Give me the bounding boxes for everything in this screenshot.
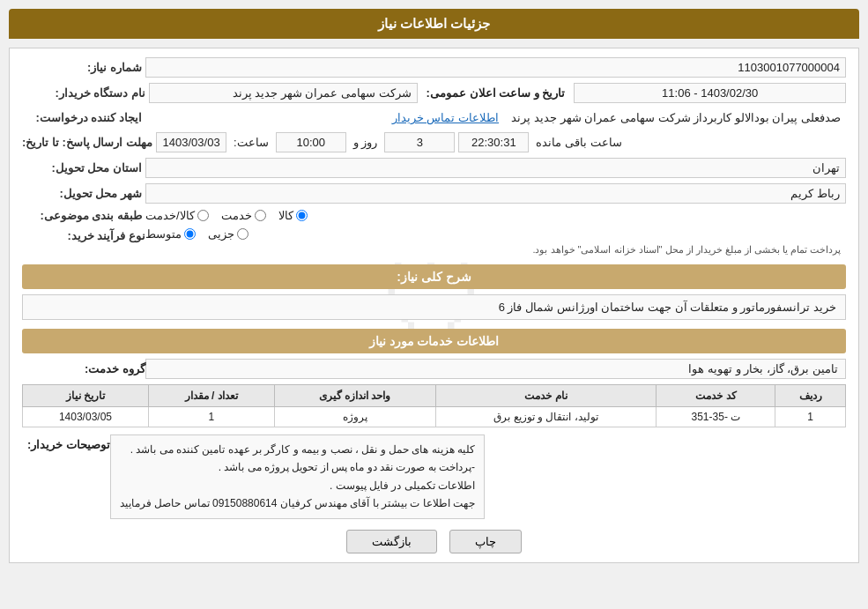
services-section-header: اطلاعات خدمات مورد نیاز [22, 329, 846, 353]
row-purchase-type: نوع فرآیند خرید: متوسط جزیی پرداخت تمام … [22, 227, 846, 256]
radio-label-kala: کالا [278, 209, 293, 222]
contact-link[interactable]: اطلاعات تماس خریدار [392, 111, 499, 124]
radio-jozii[interactable] [237, 228, 249, 240]
row-province: استان محل تحویل: تهران [22, 158, 846, 178]
col-unit: واحد اندازه گیری [274, 385, 435, 407]
purchase-option-jozii: جزیی [208, 227, 249, 241]
category-option-kala: کالا [278, 209, 308, 222]
cell-index: 1 [775, 407, 846, 427]
buyer-value: شرکت سهامی عمران شهر جدید پرند [149, 83, 418, 103]
buyer-label: نام دستگاه خریدار: [22, 86, 145, 100]
description-section-label: شرح کلی نیاز: [397, 270, 471, 284]
cell-code: ت -35-351 [657, 407, 775, 427]
category-label: طبقه بندی موضوعی: [22, 209, 145, 222]
purchase-content: متوسط جزیی پرداخت تمام یا بخشی از مبلغ خ… [145, 227, 846, 256]
radio-kala-khadamat[interactable] [197, 210, 209, 221]
cell-unit: پروژه [274, 407, 435, 427]
purchase-option-motavaset: متوسط [145, 227, 196, 241]
row-buyer-announce: نام دستگاه خریدار: شرکت سهامی عمران شهر … [22, 83, 846, 103]
city-value: رباط کریم [145, 183, 846, 204]
radio-label-jozii: جزیی [208, 227, 234, 241]
need-number-label: شماره نیاز: [22, 61, 145, 74]
requester-text: صدفعلی پیران بودالالو کاربرداز شرکت سهام… [511, 111, 841, 124]
province-value: تهران [145, 158, 846, 178]
description-section-header: شرح کلی نیاز: [22, 264, 846, 289]
desc-line: جهت اطلاعا ت بیشتر با آقای مهندس کرفیان … [120, 494, 475, 512]
row-response-deadline: مهلت ارسال پاسخ: تا تاریخ: 1403/03/03 سا… [22, 132, 846, 152]
cell-date: 1403/03/05 [23, 407, 149, 427]
category-option-kala-khadamat: کالا/خدمت [145, 209, 209, 222]
cell-qty: 1 [148, 407, 274, 427]
remaining-time: 22:30:31 [458, 132, 529, 152]
col-date: تاریخ نیاز [23, 385, 149, 407]
items-table: ردیف کد خدمت نام خدمت واحد اندازه گیری ت… [22, 384, 846, 427]
col-code: کد خدمت [657, 385, 775, 407]
row-city: شهر محل تحویل: رباط کریم [22, 183, 846, 204]
announce-label: تاریخ و ساعت اعلان عمومی: [421, 86, 571, 100]
time-label: ساعت: [230, 136, 272, 149]
table-row: 1 ت -35-351 تولید، انتقال و توزیع برق پر… [23, 407, 846, 427]
row-buyer-desc: توصیحات خریدار: کلیه هزینه های حمل و نقل… [22, 434, 846, 519]
radio-motavaset[interactable] [184, 228, 196, 240]
radio-kala[interactable] [296, 210, 308, 221]
remaining-label: ساعت باقی مانده [532, 136, 625, 149]
col-qty: تعداد / مقدار [148, 385, 274, 407]
radio-label-khadamat: خدمت [221, 209, 252, 222]
description-value: خرید ترانسفورماتور و متعلقات آن جهت ساخت… [22, 294, 846, 320]
service-group-value: تامین برق، گاز، بخار و تهویه هوا [145, 359, 846, 379]
button-row: چاپ بازگشت [22, 530, 846, 553]
requester-value: صدفعلی پیران بودالالو کاربرداز شرکت سهام… [145, 108, 846, 127]
radio-label-kala-khadamat: کالا/خدمت [145, 209, 195, 222]
desc-line: اطلاعات تکمیلی در فایل پیوست . [120, 477, 475, 494]
col-index: ردیف [775, 385, 846, 407]
buyer-desc-label: توصیحات خریدار: [22, 434, 110, 451]
desc-line: -پرداخت به صورت نقد دو ماه پس از تحویل پ… [120, 458, 475, 476]
day-count: 3 [384, 132, 455, 152]
print-button[interactable]: چاپ [449, 530, 522, 553]
row-category: طبقه بندی موضوعی: کالا/خدمت خدمت کالا [22, 209, 846, 222]
purchase-radio-group: متوسط جزیی [145, 227, 841, 241]
day-label: روز و [350, 136, 382, 149]
announce-value: 1403/02/30 - 11:06 [574, 83, 846, 103]
category-radio-group: کالا/خدمت خدمت کالا [145, 209, 846, 222]
row-service-group: گروه خدمت: تامین برق، گاز، بخار و تهویه … [22, 359, 846, 379]
category-option-khadamat: خدمت [221, 209, 266, 222]
row-requester: ایجاد کننده درخواست: صدفعلی پیران بودالا… [22, 108, 846, 127]
main-card: 🛡 شماره نیاز: 1103001077000004 نام دستگا… [9, 48, 859, 563]
cell-name: تولید، انتقال و توزیع برق [435, 407, 657, 427]
requester-label: ایجاد کننده درخواست: [22, 111, 145, 124]
row-need-number: شماره نیاز: 1103001077000004 [22, 57, 846, 78]
purchase-note: پرداخت تمام یا بخشی از مبلغ خریدار از مح… [145, 244, 841, 256]
col-name: نام خدمت [435, 385, 657, 407]
service-group-label: گروه خدمت: [22, 362, 145, 375]
desc-line: کلیه هزینه های حمل و نقل ، نصب و بیمه و … [120, 441, 475, 458]
page-title: جزئیات اطلاعات نیاز [9, 9, 859, 39]
response-time: 10:00 [276, 132, 346, 152]
purchase-label: نوع فرآیند خرید: [22, 227, 145, 242]
page-wrapper: جزئیات اطلاعات نیاز 🛡 شماره نیاز: 110300… [0, 0, 868, 609]
radio-khadamat[interactable] [255, 210, 266, 221]
city-label: شهر محل تحویل: [22, 187, 145, 200]
buyer-desc-value: کلیه هزینه های حمل و نقل ، نصب و بیمه و … [110, 434, 485, 519]
response-date: 1403/03/03 [156, 132, 226, 152]
back-button[interactable]: بازگشت [346, 530, 437, 553]
radio-label-motavaset: متوسط [145, 227, 182, 241]
response-label: مهلت ارسال پاسخ: تا تاریخ: [22, 136, 152, 149]
province-label: استان محل تحویل: [22, 161, 145, 175]
need-number-value: 1103001077000004 [145, 57, 846, 78]
